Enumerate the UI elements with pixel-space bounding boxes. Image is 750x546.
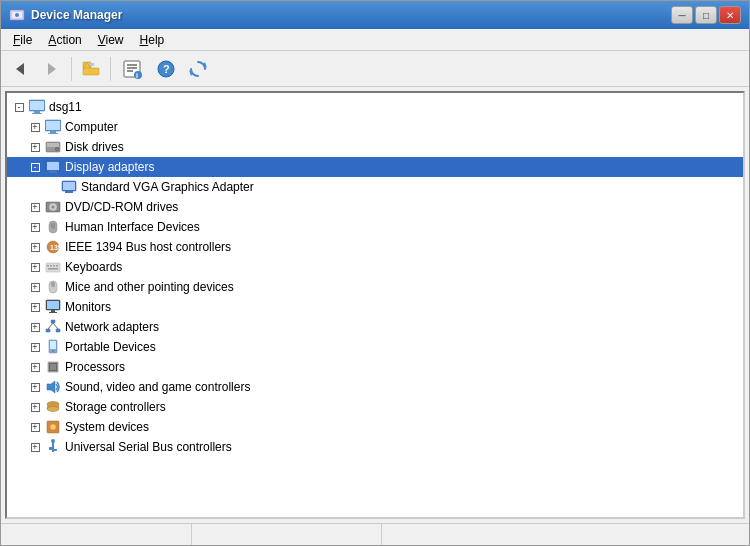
tree-node-hid[interactable]: + Human Interface Devices: [7, 217, 743, 237]
menu-view-label: View: [98, 33, 124, 47]
statusbar: [1, 523, 749, 545]
svg-point-30: [56, 148, 58, 150]
svg-rect-56: [51, 310, 55, 312]
sound-icon: [45, 379, 61, 395]
dvd-label: DVD/CD-ROM drives: [65, 200, 178, 214]
tree-node-keyboards[interactable]: + Keyboards: [7, 257, 743, 277]
diskdrives-label: Disk drives: [65, 140, 124, 154]
computer-label: Computer: [65, 120, 118, 134]
tree-node-computer[interactable]: + Computer: [7, 117, 743, 137]
tree-node-dvd[interactable]: + DVD/CD-ROM drives: [7, 197, 743, 217]
tree-node-system[interactable]: + System devices: [7, 417, 743, 437]
svg-rect-64: [50, 341, 56, 349]
tree-node-vga[interactable]: Standard VGA Graphics Adapter: [7, 177, 743, 197]
tree-node-diskdrives[interactable]: + Disk drives: [7, 137, 743, 157]
expand-monitors[interactable]: +: [27, 299, 43, 315]
svg-rect-48: [53, 265, 55, 267]
expand-portable[interactable]: +: [27, 339, 43, 355]
tree-node-root[interactable]: - dsg11: [7, 97, 743, 117]
expand-storage[interactable]: +: [27, 399, 43, 415]
tree-node-processors[interactable]: + Processors: [7, 357, 743, 377]
expand-display[interactable]: -: [27, 159, 43, 175]
up-icon: [80, 58, 102, 80]
mice-label: Mice and other pointing devices: [65, 280, 234, 294]
keyboard-icon: [45, 259, 61, 275]
titlebar-left: Device Manager: [9, 7, 122, 23]
svg-rect-33: [49, 171, 57, 173]
network-icon: [45, 319, 61, 335]
expand-keyboards[interactable]: +: [27, 259, 43, 275]
expand-network[interactable]: +: [27, 319, 43, 335]
menu-file[interactable]: File: [5, 30, 40, 50]
svg-line-61: [48, 323, 53, 329]
refresh-button[interactable]: [183, 55, 213, 83]
tree-node-storage[interactable]: + Storage controllers: [7, 397, 743, 417]
menu-file-label: File: [13, 33, 32, 47]
storage-icon: [45, 399, 61, 415]
toolbar-sep-1: [71, 57, 72, 81]
svg-rect-57: [49, 312, 57, 313]
svg-rect-50: [48, 268, 58, 270]
expand-ieee[interactable]: +: [27, 239, 43, 255]
menu-view[interactable]: View: [90, 30, 132, 50]
expand-mice[interactable]: +: [27, 279, 43, 295]
expand-system[interactable]: +: [27, 419, 43, 435]
expand-root[interactable]: -: [11, 99, 27, 115]
up-button[interactable]: [76, 55, 106, 83]
processors-label: Processors: [65, 360, 125, 374]
tree-node-usb[interactable]: + Universal Serial Bus controllers: [7, 437, 743, 457]
tree-node-mice[interactable]: + Mice and other pointing devices: [7, 277, 743, 297]
svg-rect-25: [50, 131, 56, 133]
svg-marker-8: [90, 63, 94, 66]
computer-icon: [29, 99, 45, 115]
tree-node-portable[interactable]: + Portable Devices: [7, 337, 743, 357]
expand-processors[interactable]: +: [27, 359, 43, 375]
maximize-button[interactable]: □: [695, 6, 717, 24]
tree-node-sound[interactable]: + Sound, video and game controllers: [7, 377, 743, 397]
tree-node-ieee[interactable]: + 1394 IEEE 1394 Bus host controllers: [7, 237, 743, 257]
svg-point-39: [52, 206, 55, 209]
menu-action[interactable]: Action: [40, 30, 89, 50]
properties-button[interactable]: i: [115, 55, 149, 83]
portable-label: Portable Devices: [65, 340, 156, 354]
tree-node-network[interactable]: + Network adapters: [7, 317, 743, 337]
svg-point-75: [51, 439, 55, 443]
expand-hid[interactable]: +: [27, 219, 43, 235]
svg-rect-49: [56, 265, 58, 267]
ieee-label: IEEE 1394 Bus host controllers: [65, 240, 231, 254]
menu-help[interactable]: Help: [132, 30, 173, 50]
svg-rect-59: [46, 329, 50, 332]
svg-rect-45: [46, 263, 60, 272]
device-tree[interactable]: - dsg11 +: [5, 91, 745, 519]
svg-rect-7: [83, 68, 99, 75]
svg-rect-55: [47, 301, 59, 309]
svg-rect-26: [48, 133, 58, 134]
expand-sound[interactable]: +: [27, 379, 43, 395]
svg-marker-69: [47, 381, 55, 393]
forward-button[interactable]: [37, 55, 67, 83]
vga-label: Standard VGA Graphics Adapter: [81, 180, 254, 194]
titlebar-buttons: ─ □ ✕: [671, 6, 741, 24]
status-section-3: [382, 524, 749, 545]
svg-rect-42: [52, 223, 54, 229]
expand-diskdrives[interactable]: +: [27, 139, 43, 155]
expand-dvd[interactable]: +: [27, 199, 43, 215]
network-label: Network adapters: [65, 320, 159, 334]
portable-icon: [45, 339, 61, 355]
close-button[interactable]: ✕: [719, 6, 741, 24]
expand-usb[interactable]: +: [27, 439, 43, 455]
tree-node-display[interactable]: - Display adapters: [7, 157, 743, 177]
expand-computer[interactable]: +: [27, 119, 43, 135]
status-section-2: [192, 524, 383, 545]
tree-node-monitors[interactable]: + Monitors: [7, 297, 743, 317]
properties-icon: i: [121, 58, 143, 80]
root-label: dsg11: [49, 100, 82, 114]
storage-label: Storage controllers: [65, 400, 166, 414]
svg-rect-22: [32, 113, 42, 114]
svg-point-65: [52, 350, 54, 352]
back-button[interactable]: [5, 55, 35, 83]
minimize-button[interactable]: ─: [671, 6, 693, 24]
svg-point-74: [50, 424, 56, 430]
help-icon: ?: [155, 58, 177, 80]
help-button[interactable]: ?: [151, 55, 181, 83]
